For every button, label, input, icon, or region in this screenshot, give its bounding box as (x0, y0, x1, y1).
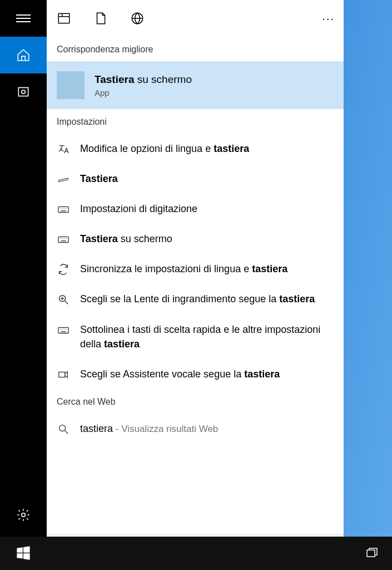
filter-web-tab[interactable] (129, 10, 146, 27)
more-filters-button[interactable]: ··· (322, 12, 335, 25)
task-view-button[interactable] (352, 537, 392, 570)
keyboard-icon (57, 233, 70, 245)
filter-documents-tab[interactable] (92, 10, 109, 27)
start-rail (0, 0, 47, 570)
result-label: Impostazioni di digitazione (80, 202, 197, 216)
keyboard-flat-icon (57, 173, 70, 185)
best-match-header: Corrispondenza migliore (47, 37, 344, 61)
globe-icon (130, 11, 145, 26)
settings-result[interactable]: Sottolinea i tasti di scelta rapida e le… (47, 315, 344, 359)
sync-icon (57, 263, 70, 276)
filter-apps-tab[interactable] (56, 10, 72, 27)
settings-result[interactable]: Scegli se Assistente vocale segue la tas… (47, 359, 344, 389)
magnify-plus-icon (57, 293, 70, 306)
language-icon (57, 143, 70, 155)
search-results-panel: ··· Corrispondenza migliore Tastiera su … (47, 0, 344, 570)
narrator-icon (57, 368, 70, 381)
svg-point-8 (59, 425, 66, 431)
best-match-title: Tastiera su schermo (95, 73, 192, 86)
svg-line-9 (65, 431, 68, 434)
rail-settings[interactable] (0, 497, 47, 533)
task-view-icon (365, 547, 379, 560)
settings-result[interactable]: Impostazioni di digitazione (47, 194, 344, 224)
start-button[interactable] (0, 537, 47, 570)
filter-header: ··· (47, 0, 344, 37)
svg-point-2 (22, 513, 26, 517)
result-label: Modifica le opzioni di lingua e tastiera (80, 141, 249, 156)
keyboard-icon (57, 324, 70, 336)
svg-rect-12 (367, 550, 375, 557)
apps-icon (16, 85, 31, 99)
settings-header: Impostazioni (47, 109, 344, 134)
keyboard-icon (57, 203, 70, 215)
gear-icon (16, 508, 31, 522)
taskbar (0, 537, 392, 570)
result-label: Sottolinea i tasti di scelta rapida e le… (80, 322, 334, 351)
settings-result[interactable]: Tastiera su schermo (47, 224, 344, 254)
search-icon (57, 423, 70, 435)
app-tile-icon (57, 71, 85, 99)
settings-result[interactable]: Modifica le opzioni di lingua e tastiera (47, 134, 344, 164)
result-label: Sincronizza le impostazioni di lingua e … (80, 262, 287, 276)
window-icon (57, 11, 71, 26)
result-label: Tastiera (80, 171, 118, 186)
web-result-label: tastiera - Visualizza risultati Web (80, 421, 218, 436)
windows-logo-icon (16, 546, 31, 561)
result-label: Scegli se Assistente vocale segue la tas… (80, 367, 280, 381)
svg-rect-4 (58, 13, 70, 23)
rail-apps[interactable] (0, 73, 47, 110)
result-label: Tastiera su schermo (80, 232, 172, 246)
web-header: Cerca nel Web (47, 389, 344, 414)
start-search-panel: ··· Corrispondenza migliore Tastiera su … (0, 0, 344, 570)
settings-result[interactable]: Tastiera (47, 164, 344, 194)
settings-result[interactable]: Scegli se la Lente di ingrandimento segu… (47, 284, 344, 314)
best-match-subtitle: App (95, 88, 192, 97)
results-content: Corrispondenza migliore Tastiera su sche… (47, 37, 344, 534)
web-result[interactable]: tastiera - Visualizza risultati Web (47, 414, 344, 444)
hamburger-icon (16, 12, 31, 24)
svg-rect-0 (18, 87, 28, 96)
best-match-result[interactable]: Tastiera su schermo App (47, 61, 344, 109)
home-icon (16, 48, 31, 62)
rail-home[interactable] (0, 37, 47, 73)
settings-result[interactable]: Sincronizza le impostazioni di lingua e … (47, 254, 344, 284)
svg-point-1 (22, 90, 26, 94)
result-label: Scegli se la Lente di ingrandimento segu… (80, 292, 315, 306)
document-icon (93, 11, 108, 26)
hamburger-button[interactable] (0, 0, 47, 37)
